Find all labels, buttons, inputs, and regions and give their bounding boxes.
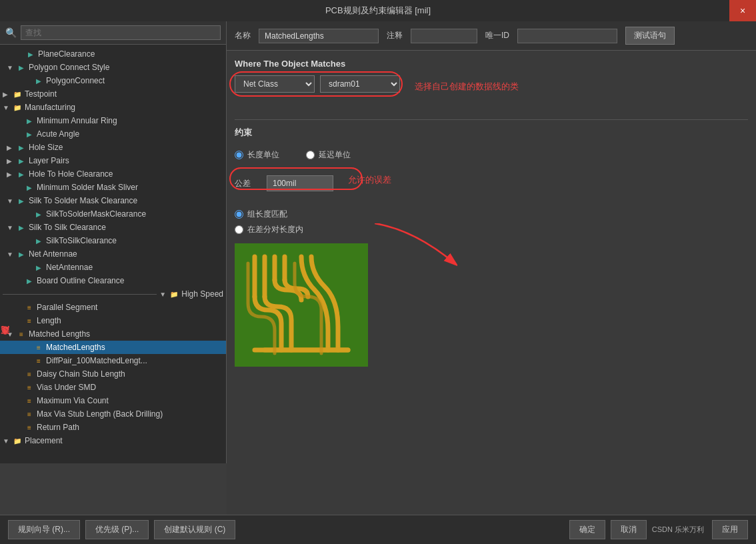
cancel-btn[interactable]: 取消 [611,520,647,539]
tree-container[interactable]: ▶ PlaneClearance ▼ ▶ Polygon Connect Sty… [0,45,226,463]
label-SilkToSilkItem: SilkToSilkClearance [46,236,117,245]
tree-item-MaxViaCount[interactable]: ≡ Maximum Via Count [0,394,226,407]
tree-item-MatchedLengthsItem[interactable]: ≡ MatchedLengths [0,341,226,354]
icon-HighSpeed: 📁 [169,289,179,299]
label-MinAnnularRing: Minimum Annular Ring [37,116,117,125]
icon-DaisyChain: ≡ [24,369,35,379]
icon-MaxViaCount: ≡ [24,395,35,406]
comment-label: 注释 [387,30,403,41]
icon-NetAntennae: ▶ [16,249,27,259]
tree-item-HighSpeed[interactable]: ▼ 📁 High Speed [159,289,223,299]
icon-Length: ≡ [24,315,35,326]
tree-item-PolygonConnectStyle[interactable]: ▼ ▶ Polygon Connect Style [0,61,226,74]
length-unit-radio[interactable] [235,151,243,159]
sidebar: 🔍 ▶ PlaneClearance ▼ ▶ Polygon [0,21,227,463]
bottom-left: 规则向导 (R)... 优先级 (P)... 创建默认规则 (C) [8,520,235,539]
tree-item-PolygonConnect[interactable]: ▶ PolygonConnect [0,74,226,87]
tree-item-AcuteAngle[interactable]: ▶ Acute Angle [0,127,226,141]
tree-item-HoleSize[interactable]: ▶ ▶ Hole Size [0,141,226,154]
label-Length: Length [37,316,61,325]
label-SilkToSolderMaskItem: SilkToSolderMaskClearance [46,209,146,219]
tolerance-label: 公差 [235,178,261,189]
label-ParallelSegment: Parallel Segment [37,303,97,312]
ok-btn[interactable]: 确定 [569,520,605,539]
label-HoleToHoleClearance: Hole To Hole Clearance [29,169,113,179]
tree-item-SilkToSilkItem[interactable]: ▶ SilkToSilkClearance [0,234,226,247]
name-label: 名称 [235,30,251,41]
net-value-select[interactable]: sdram01 [320,75,400,93]
label-SilkToSilkClearance: Silk To Silk Clearance [29,223,106,232]
arrow-HoleSize: ▶ [7,144,16,151]
content-area: 高速 🔍 ▶ PlaneClearance [0,21,756,515]
icon-Manufacturing: 📁 [12,102,23,113]
icon-SilkToSolderMaskItem: ▶ [33,209,44,219]
rule-wizard-btn[interactable]: 规则向导 (R)... [8,520,80,539]
net-class-row: Net Class sdram01 [235,75,400,93]
close-icon: × [740,5,745,16]
name-input[interactable] [259,29,379,43]
apply-btn[interactable]: 应用 [712,520,748,539]
tree-item-SilkToSilkClearance[interactable]: ▼ ▶ Silk To Silk Clearance [0,221,226,234]
where-title: Where The Object Matches [235,59,748,69]
tree-item-Length[interactable]: ≡ Length [0,314,226,327]
label-HighSpeed: High Speed [181,289,223,299]
delay-unit-radio[interactable] [306,151,315,159]
tree-item-Manufacturing[interactable]: ▼ 📁 Manufacturing [0,101,226,114]
icon-SilkToSilkItem: ▶ [33,235,44,246]
tree-item-MinSolderMaskSliver[interactable]: ▶ Minimum Solder Mask Sliver [0,181,226,194]
tree-item-MaxViaStub[interactable]: ≡ Max Via Stub Length (Back Drilling) [0,407,226,421]
uid-label: 唯一ID [485,30,509,41]
tree-item-DiffPair[interactable]: ≡ DiffPair_100MatchedLengt... [0,354,226,367]
tree-extra-space [0,447,226,461]
tree-item-BoardOutlineClearance[interactable]: ▶ Board Outline Clearance [0,274,226,287]
icon-MaxViaStub: ≡ [24,409,35,419]
icon-HoleToHoleClearance: ▶ [16,169,27,179]
arrow-PolygonConnectStyle: ▼ [7,64,16,71]
tree-item-Placement[interactable]: ▼ 📁 Placement [0,434,226,447]
arrow-LayerPairs: ▶ [7,157,16,165]
arrow-HighSpeed: ▼ [159,291,169,298]
tree-item-DaisyChain[interactable]: ≡ Daisy Chain Stub Length [0,367,226,381]
test-btn[interactable]: 测试语句 [625,27,675,45]
icon-MatchedLengths: ≡ [16,329,27,339]
icon-LayerPairs: ▶ [16,155,27,166]
arrow-Manufacturing: ▼ [3,104,12,111]
label-BoardOutlineClearance: Board Outline Clearance [37,276,124,285]
tree-item-PlaneClearance[interactable]: ▶ PlaneClearance [0,47,226,61]
tree-item-ReturnPath[interactable]: ≡ Return Path [0,421,226,434]
search-icon: 🔍 [5,27,17,38]
highspeed-side-label: 高速 [0,341,11,344]
label-NetAntennae: Net Antennae [29,249,77,259]
comment-input[interactable] [411,29,477,43]
icon-ReturnPath: ≡ [24,422,35,433]
uid-input[interactable] [517,29,617,43]
bottom-right: 确定 取消 CSDN 乐米万利 应用 [569,520,748,539]
delay-unit-label: 延迟单位 [319,149,351,161]
label-MaxViaCount: Maximum Via Count [37,396,109,405]
diff-pair-radio[interactable] [235,225,243,234]
tree-item-NetAntennaeItem[interactable]: ▶ NetAntennae [0,261,226,274]
create-default-btn[interactable]: 创建默认规则 (C) [154,520,235,539]
icon-SilkToSolderMask: ▶ [16,195,27,206]
tree-item-MatchedLengths[interactable]: ▼ ≡ Matched Lengths [0,327,226,341]
tree-item-NetAntennae[interactable]: ▼ ▶ Net Antennae [0,247,226,261]
close-button[interactable]: × [729,0,756,21]
tree-item-ParallelSegment[interactable]: ≡ Parallel Segment [0,301,226,314]
tree-item-MinAnnularRing[interactable]: ▶ Minimum Annular Ring [0,114,226,127]
icon-ParallelSegment: ≡ [24,302,35,313]
tree-item-Testpoint[interactable]: ▶ 📁 Testpoint [0,87,226,101]
tree-item-ViasUnderSMD[interactable]: ≡ Vias Under SMD [0,381,226,394]
tree-item-SilkToSolderMaskItem[interactable]: ▶ SilkToSolderMaskClearance [0,207,226,221]
tree-item-LayerPairs[interactable]: ▶ ▶ Layer Pairs [0,154,226,167]
where-section: Where The Object Matches Net Class sdram… [235,59,748,109]
priority-btn[interactable]: 优先级 (P)... [85,520,149,539]
icon-BoardOutlineClearance: ▶ [24,275,35,286]
group-match-radio[interactable] [235,210,243,219]
search-input[interactable] [21,25,221,40]
tolerance-input[interactable] [267,175,333,191]
tree-item-HoleToHoleClearance[interactable]: ▶ ▶ Hole To Hole Clearance [0,167,226,181]
icon-AcuteAngle: ▶ [24,129,35,139]
net-class-select[interactable]: Net Class [235,75,315,93]
tree-item-SilkToSolderMask[interactable]: ▼ ▶ Silk To Solder Mask Clearance [0,194,226,207]
group-match-label: 组长度匹配 [247,209,287,220]
